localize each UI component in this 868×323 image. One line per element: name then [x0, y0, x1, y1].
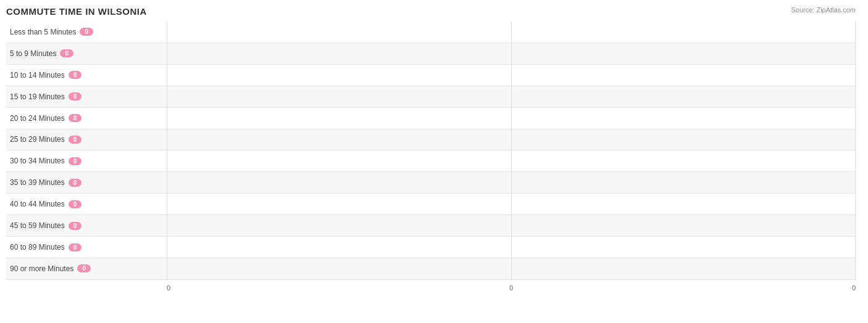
row-label-area: 60 to 89 Minutes0 — [6, 237, 164, 258]
bar-value-badge: 0 — [69, 92, 82, 100]
grid-lines — [167, 22, 856, 280]
x-tick-2: 0 — [852, 284, 856, 292]
bar-value-badge: 0 — [69, 114, 82, 122]
bar-value-badge: 0 — [69, 243, 82, 251]
row-label-area: 35 to 39 Minutes0 — [6, 172, 164, 193]
x-axis: 0 0 0 — [167, 280, 856, 295]
row-label-area: 40 to 44 Minutes0 — [6, 194, 164, 215]
chart-area: Less than 5 Minutes05 to 9 Minutes010 to… — [6, 22, 856, 295]
bar-label: 10 to 14 Minutes — [10, 71, 65, 80]
bar-label: 40 to 44 Minutes — [10, 200, 65, 208]
bar-value-badge: 0 — [69, 157, 82, 165]
bar-label: 60 to 89 Minutes — [10, 243, 65, 251]
bar-value-badge: 0 — [60, 49, 73, 57]
x-tick-0: 0 — [167, 284, 170, 292]
chart-container: COMMUTE TIME IN WILSONIA Source: ZipAtla… — [0, 0, 868, 323]
bar-label: 20 to 24 Minutes — [10, 114, 65, 123]
row-label-area: 15 to 19 Minutes0 — [6, 86, 164, 107]
row-label-area: 25 to 29 Minutes0 — [6, 129, 164, 150]
bar-label: Less than 5 Minutes — [10, 28, 76, 36]
row-label-area: 30 to 34 Minutes0 — [6, 150, 164, 171]
source-text: Source: ZipAtlas.com — [791, 6, 856, 14]
bar-value-badge: 0 — [69, 71, 82, 79]
x-tick-1: 0 — [509, 284, 513, 292]
grid-line-1 — [167, 22, 167, 280]
bar-label: 15 to 19 Minutes — [10, 92, 65, 101]
bar-label: 90 or more Minutes — [10, 264, 73, 273]
bar-value-badge: 0 — [69, 222, 82, 230]
bar-label: 30 to 34 Minutes — [10, 157, 65, 165]
bar-value-badge: 0 — [69, 136, 82, 144]
bar-value-badge: 0 — [80, 28, 93, 36]
bar-value-badge: 0 — [77, 264, 91, 272]
row-label-area: 5 to 9 Minutes0 — [6, 43, 164, 64]
bar-label: 35 to 39 Minutes — [10, 178, 65, 187]
bar-label: 25 to 29 Minutes — [10, 135, 65, 144]
bar-label: 5 to 9 Minutes — [10, 49, 56, 58]
grid-line-2 — [511, 22, 512, 280]
chart-title: COMMUTE TIME IN WILSONIA — [6, 6, 856, 17]
row-label-area: 10 to 14 Minutes0 — [6, 65, 164, 86]
row-label-area: 20 to 24 Minutes0 — [6, 108, 164, 129]
grid-line-3 — [855, 22, 856, 280]
bar-value-badge: 0 — [69, 200, 82, 208]
row-label-area: 45 to 59 Minutes0 — [6, 215, 164, 236]
row-label-area: Less than 5 Minutes0 — [6, 22, 164, 43]
bar-label: 45 to 59 Minutes — [10, 221, 65, 230]
bar-value-badge: 0 — [69, 179, 82, 187]
row-label-area: 90 or more Minutes0 — [6, 258, 164, 279]
